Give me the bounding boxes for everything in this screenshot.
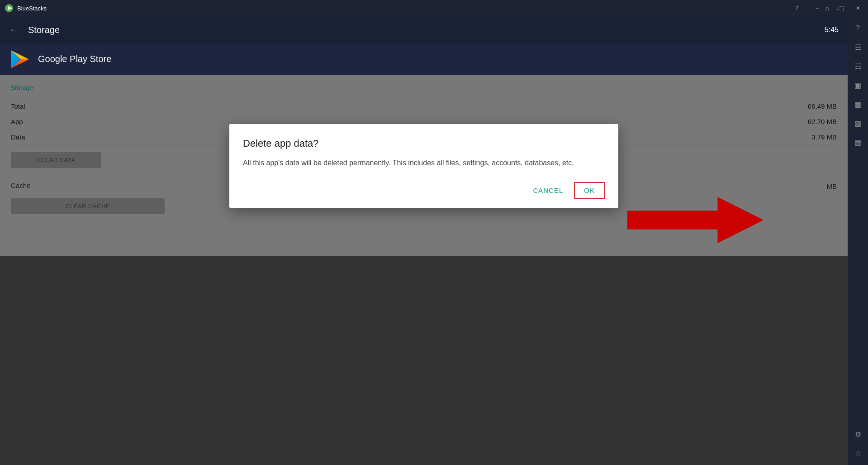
sidebar-menu-icon[interactable]: ☰ [850, 39, 866, 55]
dialog-overlay: Delete app data? All this app's data wil… [0, 75, 848, 256]
sidebar-media-icon[interactable]: ▤ [850, 134, 866, 150]
sidebar-app-icon[interactable]: ▦ [850, 96, 866, 112]
title-bar: BlueStacks ⌂ ⬚ ? − □ ✕ [0, 0, 868, 16]
cancel-button[interactable]: CANCEL [526, 182, 570, 199]
sidebar-star-icon[interactable]: ☆ [850, 445, 866, 461]
app-name: Google Play Store [38, 54, 111, 64]
bluestacks-logo-icon [5, 4, 14, 13]
maximize-button[interactable]: □ [827, 0, 848, 16]
minimize-button[interactable]: − [807, 0, 827, 16]
sidebar-settings-icon[interactable]: ⚙ [850, 426, 866, 442]
sidebar-grid-icon[interactable]: ☷ [850, 58, 866, 74]
sidebar-layout-icon[interactable]: ▩ [850, 115, 866, 131]
red-arrow-icon [627, 193, 763, 247]
play-store-icon [9, 48, 31, 70]
close-button[interactable]: ✕ [848, 0, 868, 16]
sidebar-help-icon[interactable]: ? [850, 20, 866, 36]
android-content: ← Storage 5:45 [0, 16, 848, 465]
dialog-message: All this app's data will be deleted perm… [243, 158, 605, 168]
app-title: BlueStacks [17, 5, 863, 12]
help-button[interactable]: ? [787, 0, 807, 16]
svg-marker-2 [627, 197, 763, 243]
android-topbar: ← Storage 5:45 [0, 16, 848, 43]
storage-section: Storage Total 66.49 MB App 62.70 MB Data… [0, 75, 848, 256]
page-title: Storage [28, 25, 60, 35]
dialog-buttons: CANCEL OK [243, 182, 605, 199]
status-time: 5:45 [825, 26, 839, 34]
right-sidebar: ? ☰ ☷ ▣ ▦ ▩ ▤ ⚙ ☆ [848, 16, 868, 465]
window-controls: ? − □ ✕ [787, 0, 868, 16]
ok-button[interactable]: OK [574, 182, 605, 199]
delete-dialog: Delete app data? All this app's data wil… [229, 124, 618, 208]
dialog-title: Delete app data? [243, 138, 605, 149]
ok-arrow-annotation [627, 193, 763, 249]
main-area: ← Storage 5:45 [0, 16, 868, 465]
back-button[interactable]: ← [9, 24, 19, 36]
sidebar-window-icon[interactable]: ▣ [850, 77, 866, 93]
app-info-bar: Google Play Store [0, 43, 848, 75]
